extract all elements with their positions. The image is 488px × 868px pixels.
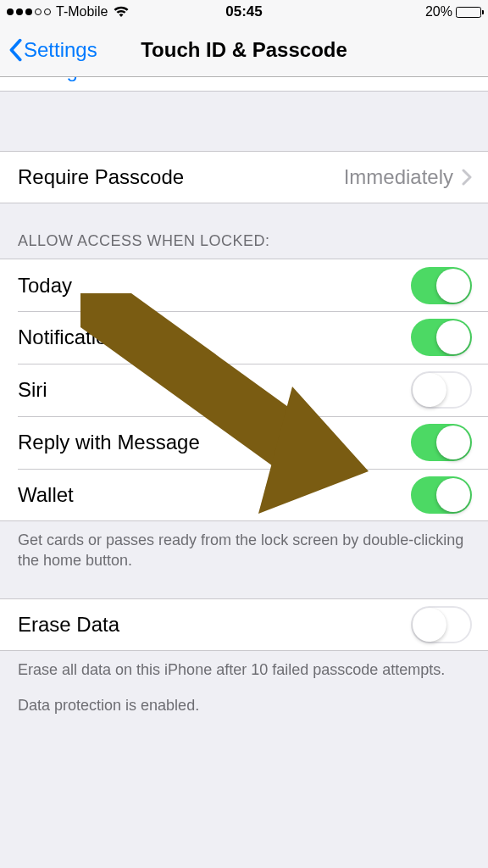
battery-icon [456, 7, 481, 18]
siri-toggle[interactable] [411, 371, 472, 409]
page-title: Touch ID & Passcode [141, 38, 347, 62]
wallet-label: Wallet [18, 483, 74, 507]
require-passcode-row[interactable]: Require Passcode Immediately [0, 151, 488, 203]
reply-with-message-label: Reply with Message [18, 431, 200, 454]
back-label: Settings [24, 38, 97, 62]
allow-section-footer: Get cards or passes ready from the lock … [0, 521, 488, 581]
notifications-view-toggle[interactable] [411, 319, 472, 356]
signal-dots-icon [7, 8, 51, 15]
reply-with-message-toggle[interactable] [411, 424, 472, 461]
status-right: 20% [425, 4, 481, 19]
nav-bar: Settings Touch ID & Passcode [0, 24, 488, 77]
carrier-label: T-Mobile [56, 4, 108, 19]
erase-footer-1: Erase all data on this iPhone after 10 f… [0, 651, 488, 690]
chevron-right-icon [462, 169, 472, 186]
status-left: T-Mobile [7, 4, 130, 19]
allow-section-header: ALLOW ACCESS WHEN LOCKED: [0, 203, 488, 259]
content: Change Passcode Require Passcode Immedia… [0, 77, 488, 726]
erase-data-toggle[interactable] [411, 606, 472, 643]
status-time: 05:45 [225, 3, 262, 20]
back-button[interactable]: Settings [8, 38, 97, 62]
status-bar: T-Mobile 05:45 20% [0, 0, 488, 24]
today-row: Today [0, 259, 488, 311]
chevron-left-icon [8, 38, 22, 62]
erase-footer-2: Data protection is enabled. [0, 690, 488, 726]
wallet-toggle[interactable] [411, 476, 472, 514]
today-toggle[interactable] [411, 267, 472, 304]
erase-data-row: Erase Data [0, 598, 488, 651]
notifications-view-row: Notifications View [0, 311, 488, 364]
require-passcode-value: Immediately [344, 165, 453, 189]
siri-row: Siri [0, 364, 488, 416]
wallet-row: Wallet [0, 469, 488, 521]
change-passcode-label: Change Passcode [18, 77, 184, 82]
wifi-icon [113, 6, 130, 18]
reply-with-message-row: Reply with Message [0, 416, 488, 469]
siri-label: Siri [18, 378, 47, 402]
today-label: Today [18, 274, 72, 298]
battery-percent: 20% [425, 4, 452, 19]
require-passcode-label: Require Passcode [18, 165, 184, 189]
notifications-view-label: Notifications View [18, 326, 178, 349]
erase-data-label: Erase Data [18, 613, 119, 637]
cutoff-row[interactable]: Change Passcode [0, 77, 488, 92]
